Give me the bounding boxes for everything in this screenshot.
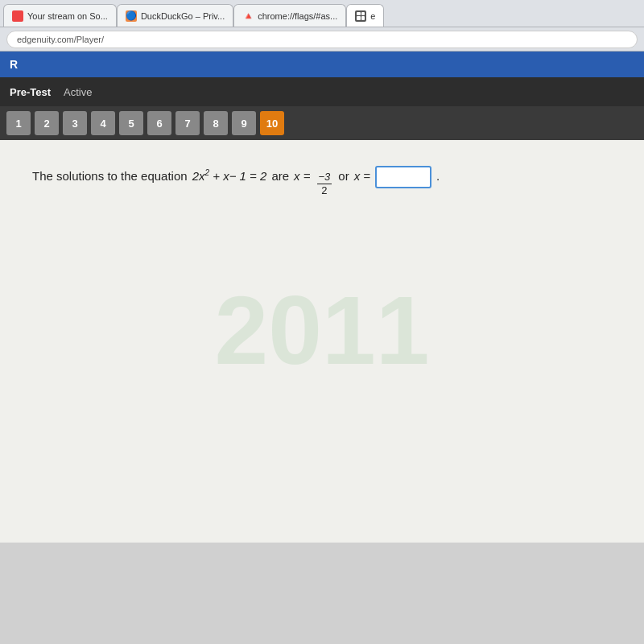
tab-ext-favicon bbox=[355, 10, 366, 22]
x-label-1: x = bbox=[294, 164, 310, 188]
pretest-status: Active bbox=[64, 86, 92, 98]
q-btn-7[interactable]: 7 bbox=[175, 111, 200, 135]
question-text: The solutions to the equation bbox=[32, 164, 188, 188]
are-text: are bbox=[271, 164, 289, 188]
tab-chrome[interactable]: 🔺 chrome://flags/#as... bbox=[233, 4, 346, 27]
tab-ext[interactable]: e bbox=[346, 4, 384, 27]
tab-bar: Your stream on So... 🔵 DuckDuckGo – Priv… bbox=[0, 0, 644, 27]
q-btn-4[interactable]: 4 bbox=[91, 111, 115, 135]
tab-stream-favicon bbox=[12, 10, 23, 22]
math-equation: 2x2 + x− 1 = 2 bbox=[192, 164, 267, 188]
pretest-label: Pre-Test bbox=[10, 86, 51, 98]
q-btn-2[interactable]: 2 bbox=[35, 111, 59, 135]
fraction: −3 2 bbox=[317, 171, 332, 196]
q-btn-6[interactable]: 6 bbox=[147, 111, 171, 135]
tab-ext-label: e bbox=[370, 11, 375, 21]
answer-input[interactable] bbox=[375, 166, 431, 188]
url-input[interactable] bbox=[6, 31, 638, 48]
fraction-numerator: −3 bbox=[317, 171, 332, 184]
header-title: R bbox=[10, 58, 18, 71]
q-btn-1[interactable]: 1 bbox=[6, 111, 31, 135]
tab-chrome-label: chrome://flags/#as... bbox=[258, 11, 337, 21]
main-content: 2011 The solutions to the equation 2x2 +… bbox=[0, 140, 644, 543]
q-btn-3[interactable]: 3 bbox=[63, 111, 87, 135]
or-text: or bbox=[338, 164, 349, 188]
tab-chrome-favicon: 🔺 bbox=[242, 10, 254, 22]
tab-duck-favicon: 🔵 bbox=[126, 10, 137, 22]
q-btn-5[interactable]: 5 bbox=[119, 111, 143, 135]
tab-stream-label: Your stream on So... bbox=[27, 11, 108, 21]
x-label-2: x = bbox=[354, 164, 370, 188]
blue-header: R bbox=[0, 52, 644, 77]
tab-duck-label: DuckDuckGo – Priv... bbox=[141, 11, 225, 21]
fraction-denominator: 2 bbox=[320, 184, 328, 197]
question-content: The solutions to the equation 2x2 + x− 1… bbox=[32, 164, 612, 196]
question-bar: 1 2 3 4 5 6 7 8 9 10 bbox=[0, 106, 644, 140]
url-bar-row bbox=[0, 27, 644, 52]
q-btn-8[interactable]: 8 bbox=[204, 111, 228, 135]
pretest-bar: Pre-Test Active bbox=[0, 77, 644, 106]
tab-stream[interactable]: Your stream on So... bbox=[3, 4, 117, 27]
tab-duck[interactable]: 🔵 DuckDuckGo – Priv... bbox=[117, 4, 233, 27]
q-btn-9[interactable]: 9 bbox=[232, 111, 256, 135]
q-btn-10[interactable]: 10 bbox=[260, 111, 284, 135]
watermark: 2011 bbox=[215, 275, 430, 386]
period: . bbox=[436, 164, 440, 188]
